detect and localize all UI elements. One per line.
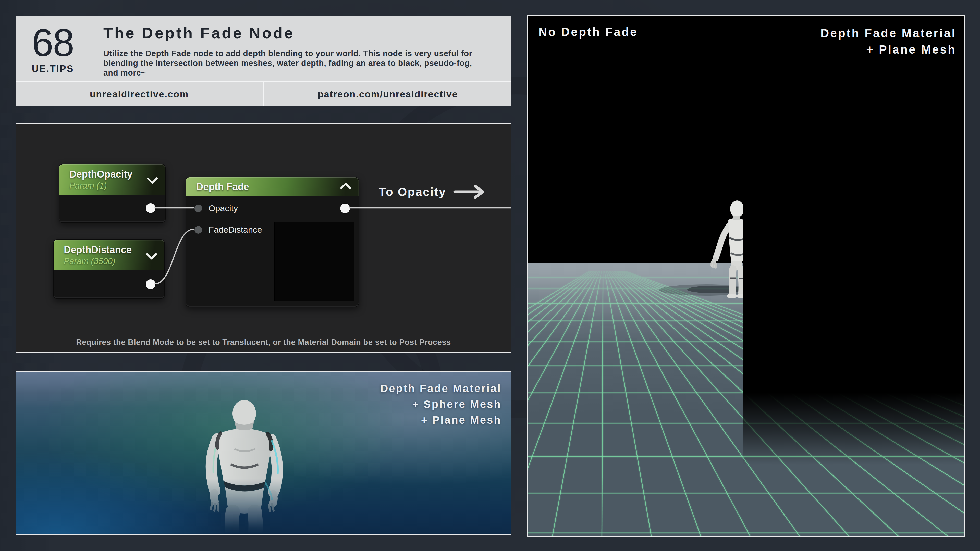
- caption-line: Depth Fade Material: [380, 381, 501, 396]
- chevron-up-icon[interactable]: [340, 182, 352, 194]
- node-graph-panel: DepthOpacity Param (1) DepthDistance Par…: [16, 123, 511, 353]
- chevron-down-icon[interactable]: [146, 173, 158, 184]
- sphere-demo-panel: Depth Fade Material + Sphere Mesh + Plan…: [16, 371, 511, 535]
- node-title: DepthDistance: [64, 245, 132, 256]
- chevron-down-icon[interactable]: [146, 248, 157, 260]
- viewport-scene: [528, 16, 964, 537]
- page-title: The Depth Fade Node: [103, 24, 501, 42]
- arrow-right-icon: [453, 184, 487, 199]
- input-pin-fadedistance[interactable]: [194, 226, 202, 233]
- website-link[interactable]: unrealdirective.com: [16, 82, 264, 106]
- caption-line: + Sphere Mesh: [380, 396, 501, 412]
- caption-line: + Plane Mesh: [821, 41, 956, 58]
- tip-badge: 68 UE.TIPS: [16, 16, 90, 81]
- node-depth-distance-header: DepthDistance Param (3500): [54, 240, 164, 270]
- header-card: 68 UE.TIPS The Depth Fade Node Utilize t…: [16, 16, 511, 106]
- output-pin[interactable]: [146, 279, 156, 289]
- brand-label: UE.TIPS: [32, 64, 74, 74]
- plane-demo-caption: Depth Fade Material + Plane Mesh: [821, 25, 956, 58]
- header-card-top: 68 UE.TIPS The Depth Fade Node Utilize t…: [16, 16, 511, 81]
- node-depth-fade-body: Opacity FadeDistance: [186, 196, 359, 306]
- node-param-value: Param (3500): [64, 256, 132, 266]
- pin-label-fadedistance: FadeDistance: [208, 225, 262, 235]
- output-pin[interactable]: [340, 203, 350, 213]
- node-depth-opacity-body: [59, 195, 165, 221]
- caption-line: Depth Fade Material: [821, 25, 956, 41]
- input-pin-opacity[interactable]: [194, 205, 202, 212]
- node-param-value: Param (1): [69, 181, 132, 191]
- sphere-demo-caption: Depth Fade Material + Sphere Mesh + Plan…: [380, 381, 501, 428]
- node-depth-fade[interactable]: Depth Fade Opacity FadeDistance: [186, 177, 359, 307]
- no-depth-fade-label: No Depth Fade: [538, 25, 638, 39]
- node-preview-box: [274, 222, 354, 301]
- graph-requirement-caption: Requires the Blend Mode to be set to Tra…: [16, 338, 511, 347]
- header-card-footer: unrealdirective.com patreon.com/unrealdi…: [16, 81, 511, 106]
- caption-line: + Plane Mesh: [380, 412, 501, 428]
- infographic-canvas: 68 UE.TIPS The Depth Fade Node Utilize t…: [0, 0, 980, 551]
- node-depth-distance-body: [54, 270, 164, 297]
- plane-demo-panel: No Depth Fade Depth Fade Material + Plan…: [527, 15, 965, 537]
- header-card-content: The Depth Fade Node Utilize the Depth Fa…: [90, 16, 511, 81]
- depth-fade-plane: [743, 16, 964, 465]
- node-title: DepthOpacity: [69, 169, 132, 180]
- node-depth-opacity-header: DepthOpacity Param (1): [59, 164, 165, 195]
- node-title: Depth Fade: [196, 181, 249, 192]
- to-opacity-annotation: To Opacity: [379, 184, 487, 200]
- output-pin[interactable]: [146, 203, 156, 213]
- tip-description: Utilize the Depth Fade node to add depth…: [103, 48, 501, 78]
- node-depth-fade-header: Depth Fade: [186, 177, 359, 196]
- tip-number: 68: [32, 24, 74, 61]
- pin-label-opacity: Opacity: [208, 203, 238, 213]
- node-depth-distance[interactable]: DepthDistance Param (3500): [53, 239, 165, 299]
- node-depth-opacity[interactable]: DepthOpacity Param (1): [59, 164, 165, 223]
- patreon-link[interactable]: patreon.com/unrealdirective: [264, 82, 511, 106]
- to-opacity-label: To Opacity: [379, 185, 446, 199]
